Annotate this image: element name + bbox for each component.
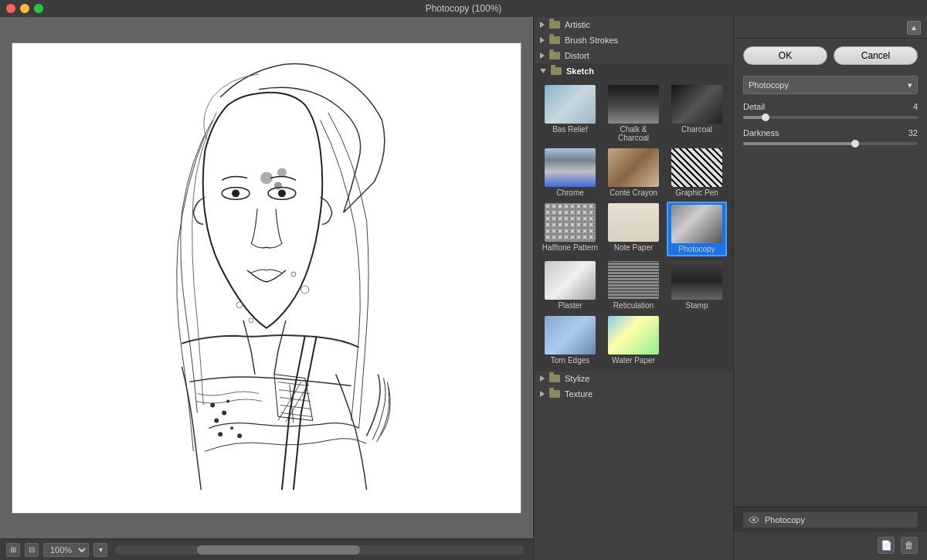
visibility-toggle[interactable] — [748, 515, 760, 524]
filter-halftone-pattern[interactable]: Halftone Pattern — [540, 202, 600, 256]
filter-label-charcoal: Charcoal — [681, 125, 712, 134]
filter-label-chrome: Chrome — [556, 188, 584, 197]
filter-chrome[interactable]: Chrome — [540, 147, 600, 199]
darkness-slider-row: Darkness 32 — [743, 128, 918, 147]
category-distort[interactable]: Distort — [534, 48, 733, 63]
main-container: ⊞ ⊟ 100% ▾ Artistic Brush Strokes — [0, 17, 927, 560]
category-stylize[interactable]: Stylize — [534, 371, 733, 386]
bottom-actions: 📄 🗑 — [734, 532, 927, 560]
svg-point-13 — [222, 410, 226, 415]
filter-photocopy[interactable]: Photocopy — [667, 202, 727, 256]
svg-point-12 — [210, 402, 215, 407]
darkness-label-row: Darkness 32 — [743, 128, 918, 137]
collapse-panel-button[interactable]: ▲ — [907, 21, 921, 35]
detail-slider-track[interactable] — [743, 116, 918, 119]
canvas-inner — [12, 42, 521, 514]
sketch-preview — [12, 43, 521, 513]
effect-layer-row: Photocopy — [743, 512, 918, 528]
filter-label-reticulation: Reticulation — [613, 301, 654, 310]
filter-label-graphic-pen: Graphic Pen — [675, 188, 718, 197]
chevron-down-icon — [540, 69, 546, 73]
filter-thumb-torn-edges — [545, 316, 596, 355]
filter-conte-crayon[interactable]: Conté Crayon — [603, 147, 664, 199]
zoom-out-button[interactable]: ⊟ — [25, 543, 39, 557]
filter-panel: Artistic Brush Strokes Distort Sketch — [533, 17, 734, 560]
filter-thumb-graphic-pen — [671, 148, 722, 187]
filter-charcoal[interactable]: Charcoal — [667, 83, 727, 144]
filter-label-water-paper: Water Paper — [612, 356, 655, 365]
delete-effect-button[interactable]: 🗑 — [901, 537, 918, 554]
category-brushstrokes[interactable]: Brush Strokes — [534, 32, 733, 48]
zoom-dropdown-button[interactable]: ▾ — [93, 543, 107, 557]
settings-area: Photocopy ▾ Detail 4 Darkness 32 — [734, 71, 927, 151]
filter-label-plaster: Plaster — [558, 301, 582, 310]
filter-water-paper[interactable]: Water Paper — [603, 314, 664, 366]
category-artistic[interactable]: Artistic — [534, 17, 733, 32]
zoom-select[interactable]: 100% — [43, 543, 89, 557]
category-texture-label: Texture — [565, 389, 593, 399]
folder-icon — [549, 390, 560, 398]
filter-label-bas-relief: Bas Relief — [552, 125, 588, 134]
traffic-lights — [6, 4, 43, 13]
filter-thumb-stamp — [671, 261, 722, 300]
window-title: Photocopy (100%) — [426, 3, 502, 14]
folder-icon — [549, 52, 560, 59]
filter-plaster[interactable]: Plaster — [540, 260, 600, 311]
svg-point-14 — [214, 418, 219, 423]
darkness-slider-track[interactable] — [743, 142, 918, 145]
chevron-right-icon — [540, 375, 545, 382]
scrollbar-thumb — [197, 545, 361, 555]
filter-grid: Bas Relief Chalk & Charcoal Charcoal Chr… — [534, 79, 733, 371]
detail-value: 4 — [895, 102, 918, 111]
panel-header-area: ▲ — [734, 17, 927, 39]
category-distort-label: Distort — [565, 51, 589, 60]
right-panel-spacer — [734, 151, 927, 507]
filter-thumb-bas-relief — [545, 85, 596, 124]
folder-icon — [549, 375, 560, 382]
svg-point-4 — [278, 189, 286, 197]
category-stylize-label: Stylize — [565, 374, 589, 383]
view-options-button[interactable]: ⊞ — [6, 543, 20, 557]
filter-thumb-water-paper — [608, 316, 659, 355]
filter-chalk-charcoal[interactable]: Chalk & Charcoal — [603, 83, 664, 144]
add-effect-button[interactable]: 📄 — [878, 537, 895, 554]
chevron-right-icon — [540, 22, 545, 28]
panel-spacer — [534, 402, 733, 560]
filter-stamp[interactable]: Stamp — [667, 260, 727, 311]
filter-graphic-pen[interactable]: Graphic Pen — [667, 147, 727, 199]
filter-type-value: Photocopy — [749, 80, 789, 90]
filter-label-torn-edges: Torn Edges — [551, 356, 590, 365]
svg-point-18 — [237, 433, 242, 438]
ok-button[interactable]: OK — [743, 46, 827, 65]
chevron-right-icon — [540, 53, 545, 59]
close-button[interactable] — [6, 4, 15, 13]
filter-type-dropdown[interactable]: Photocopy ▾ — [743, 76, 918, 94]
filter-note-paper[interactable]: Note Paper — [603, 202, 664, 256]
filter-bas-relief[interactable]: Bas Relief — [540, 83, 600, 144]
page-icon: 📄 — [881, 540, 892, 551]
minimize-button[interactable] — [20, 4, 29, 13]
category-sketch[interactable]: Sketch — [534, 63, 733, 79]
cancel-button[interactable]: Cancel — [834, 46, 918, 65]
collapse-icon: ▲ — [910, 23, 918, 32]
category-brushstrokes-label: Brush Strokes — [565, 36, 618, 45]
effect-layer-area: Photocopy — [734, 507, 927, 532]
filter-torn-edges[interactable]: Torn Edges — [540, 314, 600, 366]
title-bar: Photocopy (100%) — [0, 0, 927, 17]
svg-rect-0 — [12, 43, 521, 513]
horizontal-scrollbar[interactable] — [115, 545, 524, 555]
folder-icon — [549, 21, 560, 29]
eye-icon — [749, 516, 759, 524]
svg-point-6 — [277, 168, 287, 177]
category-artistic-label: Artistic — [565, 20, 590, 29]
maximize-button[interactable] — [34, 4, 43, 13]
svg-point-15 — [226, 399, 229, 402]
filter-reticulation[interactable]: Reticulation — [603, 260, 664, 311]
darkness-slider-thumb[interactable] — [851, 140, 859, 148]
detail-slider-thumb[interactable] — [762, 114, 769, 121]
category-texture[interactable]: Texture — [534, 386, 733, 402]
canvas-toolbar: ⊞ ⊟ 100% ▾ — [0, 538, 533, 560]
filter-label-stamp: Stamp — [686, 301, 708, 310]
folder-icon — [549, 36, 560, 44]
filter-thumb-reticulation — [608, 261, 659, 300]
